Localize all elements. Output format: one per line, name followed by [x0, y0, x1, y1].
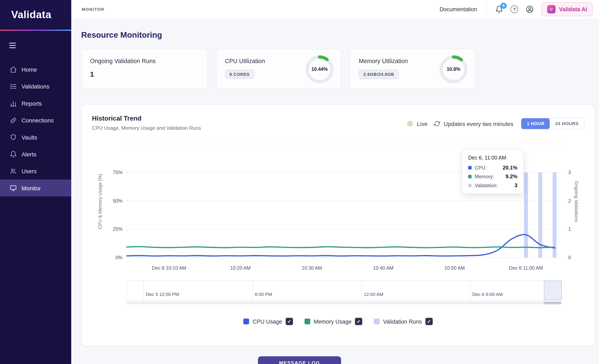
- brush-timeline[interactable]: Dec 5 12:00 PM6:00 PM12:00 AMDec 6 6:00 …: [126, 281, 562, 301]
- memory-donut-chart: 10.8%: [439, 54, 468, 84]
- brush-tick-label: Dec 5 12:00 PM: [146, 292, 179, 297]
- sidebar-item-monitor[interactable]: Monitor: [0, 179, 71, 196]
- legend-checkbox-validation[interactable]: [425, 318, 432, 325]
- y-tick-left: 50%: [113, 197, 122, 204]
- main-content: Resource Monitoring Ongoing Validation R…: [71, 18, 599, 364]
- logo-area: Validata: [0, 0, 71, 30]
- x-ticks: Dec 6 10:10 AM10:20 AM10:30 AM10:40 AM10…: [126, 265, 562, 273]
- breadcrumb: MONITOR: [82, 7, 105, 11]
- sidebar-item-label: Alerts: [22, 151, 36, 157]
- stat-cards-row: Ongoing Validation Runs 1 CPU Utilizatio…: [81, 49, 589, 89]
- account-icon: [526, 5, 534, 14]
- shield-icon: [9, 133, 17, 141]
- legend-label-validation: Validation Runs: [383, 318, 422, 325]
- y-tick-right: 3: [568, 169, 571, 176]
- stat-title: CPU Utilization: [225, 58, 265, 64]
- sidebar-item-home[interactable]: Home: [0, 61, 71, 78]
- legend-checkbox-memory[interactable]: [355, 318, 362, 325]
- sidebar-item-vaults[interactable]: Vaults: [0, 129, 71, 146]
- chart-legend: CPU Usage Memory Usage Validation Runs: [82, 318, 594, 325]
- cpu-cores-badge: 8 CORES: [225, 70, 254, 79]
- brush-tick-label: 6:00 PM: [255, 292, 272, 297]
- topbar-right: Documentation 6 Validata AI: [440, 2, 593, 16]
- brush-tick-line: [253, 281, 253, 300]
- message-log-button[interactable]: MESSAGE LOG: [258, 356, 341, 364]
- sidebar-item-users[interactable]: Users: [0, 163, 71, 179]
- documentation-link[interactable]: Documentation: [440, 6, 477, 12]
- bell-icon: [9, 151, 17, 158]
- monitor-icon: [9, 184, 17, 192]
- legend-item-cpu: CPU Usage: [244, 318, 293, 325]
- tooltip-row-memory: Memory: 9.2%: [468, 174, 517, 179]
- y-tick-left: 0%: [115, 254, 122, 261]
- trend-chart: CPU & Memory Usage (%) Ongoing Validatio…: [82, 105, 594, 346]
- hamburger-icon: [9, 43, 16, 44]
- x-tick: 10:20 AM: [213, 265, 267, 271]
- memory-swatch: [468, 175, 472, 178]
- y-tick-left: 25%: [113, 226, 122, 233]
- sidebar-item-label: Home: [22, 66, 37, 73]
- sidebar-item-reports[interactable]: Reports: [0, 95, 71, 112]
- cpu-percent-label: 10.44%: [305, 54, 334, 84]
- sidebar-item-validations[interactable]: Validations: [0, 78, 71, 95]
- validata-ai-button[interactable]: Validata AI: [541, 2, 593, 16]
- validata-ai-label: Validata AI: [559, 6, 587, 12]
- brush-selection[interactable]: [544, 281, 562, 300]
- link-icon: [9, 117, 17, 124]
- topbar: MONITOR Documentation 6 Validata AI: [71, 0, 599, 18]
- stat-value: 1: [90, 70, 199, 79]
- sidebar-nav: Home Validations Reports Connections Vau…: [0, 61, 71, 196]
- chart-scrollbar-thumb[interactable]: [544, 302, 561, 304]
- x-tick: Dec 6 10:10 AM: [142, 265, 196, 271]
- sidebar: Validata Home Validations Reports Connec…: [0, 0, 71, 364]
- series-cpu-usage: [126, 235, 555, 256]
- legend-swatch-validation: [374, 319, 380, 324]
- tooltip-row-cpu: CPU: 20.1%: [468, 165, 517, 171]
- sidebar-item-label: Users: [22, 168, 37, 174]
- brush-tick-label: Dec 6 6:00 AM: [472, 292, 503, 297]
- bar-chart-icon: [9, 99, 17, 107]
- topbar-divider: [486, 4, 486, 15]
- account-button[interactable]: [526, 5, 534, 14]
- memory-usage-badge: 2.6GB/24.0GB: [359, 70, 399, 79]
- page-title: Resource Monitoring: [81, 30, 599, 40]
- brand-logo[interactable]: Validata: [11, 9, 51, 21]
- sidebar-item-connections[interactable]: Connections: [0, 112, 71, 129]
- x-tick: 10:50 AM: [428, 265, 482, 271]
- home-icon: [9, 66, 17, 73]
- tooltip-row-validation: Validation: 3: [468, 183, 517, 188]
- sidebar-item-alerts[interactable]: Alerts: [0, 146, 71, 163]
- users-icon: [9, 168, 17, 175]
- stat-card-cpu: CPU Utilization 8 CORES 10.44%: [216, 49, 342, 89]
- chart-tooltip: Dec 6, 11:00 AM CPU: 20.1% Memory: 9.2% …: [462, 150, 524, 194]
- cpu-swatch: [468, 166, 472, 169]
- legend-item-validation-runs: Validation Runs: [374, 318, 432, 325]
- sidebar-item-label: Vaults: [22, 134, 37, 140]
- series-memory-usage: [126, 247, 555, 248]
- y-tick-left: 75%: [113, 169, 122, 176]
- historical-trend-card: Historical Trend CPU Usage, Memory Usage…: [81, 104, 595, 346]
- sidebar-item-label: Reports: [22, 100, 42, 107]
- legend-checkbox-cpu[interactable]: [286, 318, 293, 325]
- x-tick: Dec 6 11:00 AM: [499, 265, 553, 271]
- legend-swatch-memory: [305, 319, 310, 324]
- notifications-button[interactable]: 6: [495, 5, 503, 13]
- y-axis-label-right: Ongoing Validations: [574, 144, 579, 259]
- help-button[interactable]: [511, 5, 518, 13]
- tooltip-title: Dec 6, 11:00 AM: [468, 155, 517, 161]
- app-root: Validata Home Validations Reports Connec…: [0, 0, 599, 364]
- stat-title: Ongoing Validation Runs: [90, 58, 199, 64]
- brush-tick-line: [361, 281, 362, 300]
- chart-scrollbar[interactable]: [126, 302, 562, 304]
- sidebar-toggle-button[interactable]: [9, 43, 16, 48]
- legend-swatch-cpu: [244, 319, 249, 324]
- sidebar-item-label: Monitor: [22, 185, 41, 191]
- stat-card-ongoing-runs: Ongoing Validation Runs 1: [81, 49, 208, 89]
- y-axis-label-left: CPU & Memory Usage (%): [97, 144, 103, 259]
- validation-swatch: [468, 184, 472, 187]
- notification-badge: 6: [501, 2, 507, 9]
- y-tick-right: 2: [568, 197, 571, 204]
- sidebar-item-label: Validations: [22, 83, 50, 89]
- stat-title: Memory Utilization: [359, 58, 408, 64]
- brush-tick-line: [470, 281, 470, 300]
